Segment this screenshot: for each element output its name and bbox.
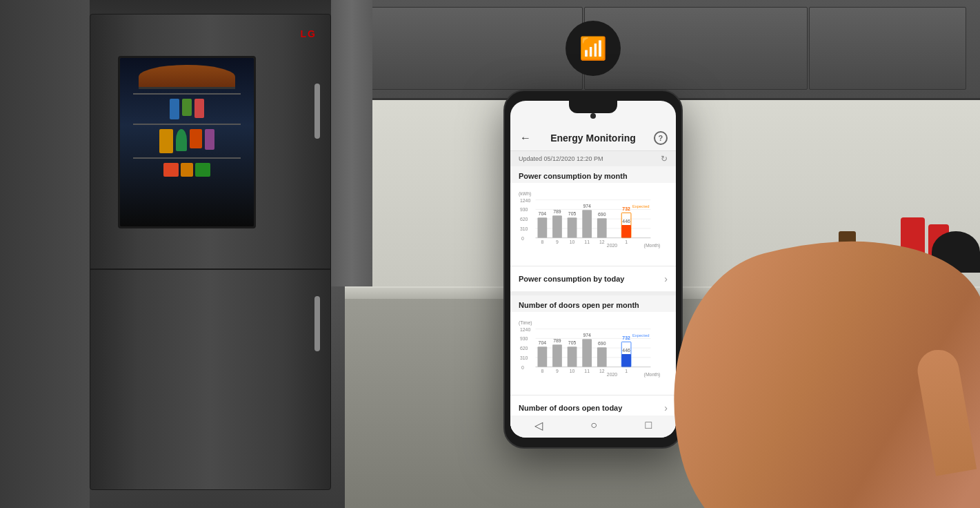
kitchen-background: LG	[0, 0, 980, 508]
wifi-icon: 📶	[579, 37, 607, 59]
doors-per-month-section: Number of doors open per month (Time) 12…	[510, 295, 676, 395]
shelf-2	[133, 124, 241, 125]
svg-text:690: 690	[598, 341, 606, 346]
app-title: Energy Monitoring	[550, 133, 636, 144]
svg-text:704: 704	[539, 211, 547, 216]
svg-text:8: 8	[541, 240, 543, 244]
power-by-today-row[interactable]: Power consumption by today ›	[510, 266, 676, 291]
doors-today-title: Number of doors open today	[519, 404, 622, 412]
svg-text:789: 789	[553, 209, 561, 214]
svg-text:Expected: Expected	[632, 204, 650, 208]
svg-text:620: 620	[520, 346, 528, 351]
app-header: ← Energy Monitoring ?	[510, 126, 676, 151]
svg-text:(kWh): (kWh)	[519, 191, 531, 197]
knife-block	[839, 231, 856, 273]
wifi-indicator: 📶	[566, 21, 621, 76]
fridge-window	[118, 56, 256, 228]
svg-text:11: 11	[584, 369, 590, 373]
svg-text:(Month): (Month)	[644, 243, 661, 248]
svg-text:2020: 2020	[607, 243, 617, 248]
power-by-month-svg: (kWh) 1240 930 620 310 0	[519, 186, 668, 262]
svg-rect-54	[597, 347, 607, 367]
red-container	[901, 217, 925, 273]
svg-text:(Time): (Time)	[519, 320, 532, 326]
refrigerator: LG	[90, 14, 331, 490]
svg-rect-11	[537, 217, 547, 237]
fridge-top-section	[90, 14, 330, 270]
phone-body: ← Energy Monitoring ? Updated 05/12/2020…	[503, 90, 683, 449]
black-pot	[932, 231, 980, 273]
svg-text:732: 732	[622, 206, 630, 211]
svg-text:789: 789	[553, 338, 561, 343]
svg-text:12: 12	[599, 369, 605, 373]
svg-text:2020: 2020	[607, 372, 617, 377]
shelf-items-2	[139, 129, 234, 153]
svg-text:9: 9	[556, 369, 559, 373]
svg-text:10: 10	[570, 369, 575, 373]
svg-text:930: 930	[520, 336, 528, 341]
left-wall	[0, 0, 90, 508]
svg-text:310: 310	[520, 226, 528, 231]
svg-rect-48	[552, 344, 562, 367]
svg-rect-13	[552, 215, 562, 237]
power-by-month-chart: (kWh) 1240 930 620 310 0	[510, 183, 676, 266]
power-by-month-title: Power consumption by month	[510, 166, 676, 183]
svg-text:690: 690	[598, 212, 606, 217]
svg-rect-59	[621, 354, 631, 367]
svg-text:705: 705	[568, 340, 577, 345]
svg-text:Expected: Expected	[632, 333, 650, 338]
svg-rect-52	[582, 339, 592, 367]
phone-notch	[569, 101, 617, 113]
phone-screen: ← Energy Monitoring ? Updated 05/12/2020…	[510, 101, 676, 438]
nav-recents-icon[interactable]: □	[646, 419, 652, 431]
svg-text:974: 974	[583, 333, 591, 338]
shelf-items-1	[139, 99, 234, 119]
svg-rect-46	[537, 346, 547, 367]
svg-text:1: 1	[625, 369, 628, 373]
cutting-board	[863, 268, 904, 275]
shelf-3	[133, 157, 241, 159]
svg-text:11: 11	[584, 240, 590, 244]
app-screen: ← Energy Monitoring ? Updated 05/12/2020…	[510, 126, 676, 438]
back-button[interactable]: ←	[519, 131, 532, 145]
svg-text:620: 620	[520, 217, 528, 222]
svg-text:(Month): (Month)	[644, 372, 661, 378]
svg-text:930: 930	[520, 207, 528, 212]
svg-text:446: 446	[622, 219, 630, 224]
svg-text:705: 705	[568, 211, 577, 216]
svg-text:974: 974	[583, 204, 591, 208]
svg-text:446: 446	[622, 348, 630, 353]
svg-text:1240: 1240	[520, 198, 530, 203]
doors-per-month-chart-area: (Time) 1240 930 620 310 0	[519, 315, 668, 391]
nav-home-icon[interactable]: ○	[590, 419, 597, 431]
shelf-items-3	[139, 163, 234, 177]
svg-text:732: 732	[622, 335, 630, 340]
cake	[139, 65, 234, 89]
doors-per-month-chart: (Time) 1240 930 620 310 0	[510, 312, 676, 395]
doors-per-month-title: Number of doors open per month	[510, 295, 676, 312]
refresh-icon[interactable]: ↻	[661, 154, 668, 164]
svg-text:8: 8	[541, 369, 543, 373]
svg-text:10: 10	[570, 240, 575, 244]
upper-cabinets	[345, 0, 980, 100]
phone-camera	[590, 113, 596, 119]
shelf-1	[133, 93, 241, 95]
nav-back-icon[interactable]: ◁	[534, 419, 543, 432]
doors-today-chevron: ›	[664, 402, 668, 413]
svg-text:9: 9	[556, 240, 559, 244]
help-button[interactable]: ?	[654, 131, 668, 145]
svg-rect-17	[582, 210, 592, 237]
power-by-month-chart-area: (kWh) 1240 930 620 310 0	[519, 186, 668, 262]
svg-text:310: 310	[520, 355, 528, 360]
svg-rect-50	[568, 346, 577, 367]
phone-device: ← Energy Monitoring ? Updated 05/12/2020…	[503, 90, 683, 449]
svg-text:704: 704	[539, 340, 547, 345]
update-bar: Updated 05/12/2020 12:20 PM ↻	[510, 151, 676, 166]
svg-rect-15	[568, 217, 577, 237]
svg-text:0: 0	[521, 236, 524, 241]
fridge-bottom-section	[90, 268, 330, 489]
fridge-top-handle	[314, 84, 320, 139]
svg-text:0: 0	[521, 365, 524, 370]
fridge-bottom-handle	[314, 296, 320, 351]
right-fridge-wall	[331, 0, 372, 286]
